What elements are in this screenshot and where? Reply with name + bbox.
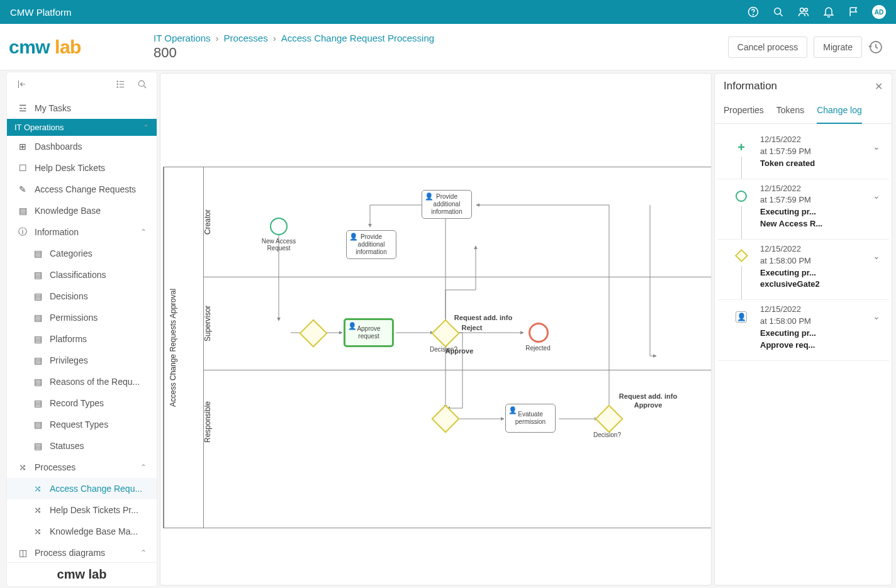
user-icon: 👤 xyxy=(348,322,357,330)
sidebar-info-permissions[interactable]: ▤Permissions xyxy=(7,307,157,328)
help-icon[interactable] xyxy=(746,5,760,19)
task-provide-info-1[interactable]: 👤Provide additional information xyxy=(346,230,396,259)
chevron-down-icon[interactable]: ⌄ xyxy=(869,243,884,291)
close-icon[interactable]: ✕ xyxy=(875,80,883,92)
doc-icon: ▤ xyxy=(32,333,43,345)
sidebar-info-reasons[interactable]: ▤Reasons of the Requ... xyxy=(7,371,157,392)
sidebar-footer: cmw lab xyxy=(7,562,157,586)
user-icon: 👤 xyxy=(349,233,358,241)
info-panel-tabs: Properties Tokens Change log xyxy=(715,99,892,124)
canvas[interactable]: Access Change Requests Approval Creator … xyxy=(160,73,712,585)
sidebar-info-record-types[interactable]: ▤Record Types xyxy=(7,392,157,414)
process-icon: ⤭ xyxy=(17,462,28,473)
process-icon: ⤭ xyxy=(32,483,43,494)
sidebar-group-processes[interactable]: ⤭Processes⌃ xyxy=(7,457,157,478)
sidebar-proc-kb[interactable]: ⤭Knowledge Base Ma... xyxy=(7,521,157,542)
sidebar-item-helpdesk[interactable]: ☐Help Desk Tickets xyxy=(7,157,157,179)
breadcrumb-link[interactable]: Processes xyxy=(224,33,268,43)
breadcrumb-link[interactable]: Access Change Request Processing xyxy=(281,33,434,43)
sidebar-group-diagrams[interactable]: ◫Process diagrams⌃ xyxy=(7,542,157,562)
diagram-icon: ◫ xyxy=(17,547,28,558)
diamond-icon xyxy=(734,249,748,262)
info-icon: ⓘ xyxy=(17,226,28,238)
search-icon[interactable] xyxy=(137,79,148,92)
doc-icon: ▤ xyxy=(32,419,43,430)
sidebar-info-categories[interactable]: ▤Categories xyxy=(7,243,157,264)
sidebar-info-classifications[interactable]: ▤Classifications xyxy=(7,264,157,286)
task-provide-info-2[interactable]: 👤Provide additional information xyxy=(422,190,472,219)
sidebar-info-platforms[interactable]: ▤Platforms xyxy=(7,328,157,350)
svg-point-4 xyxy=(805,8,808,11)
chevron-down-icon[interactable]: ⌄ xyxy=(869,134,884,170)
logo[interactable]: cmw lab xyxy=(9,36,154,58)
sidebar-my-tasks[interactable]: ☲My Tasks xyxy=(7,97,157,119)
list-icon[interactable] xyxy=(115,79,126,92)
chevron-down-icon[interactable]: ⌄ xyxy=(869,304,884,351)
book-icon: ▤ xyxy=(17,205,28,216)
tab-change-log[interactable]: Change log xyxy=(817,99,862,124)
people-icon[interactable] xyxy=(797,5,810,19)
doc-icon: ▤ xyxy=(32,376,43,387)
log-entry[interactable]: 👤 12/15/2022at 1:58:00 PMExecuting pr...… xyxy=(717,300,889,360)
lane-supervisor: Supervisor xyxy=(203,277,212,370)
change-log-list: + 12/15/2022at 1:57:59 PMToken created ⌄… xyxy=(715,124,892,585)
chevron-down-icon[interactable]: ⌄ xyxy=(869,183,884,230)
gateway-decision-2[interactable] xyxy=(595,404,623,433)
sidebar-section-it-ops[interactable]: IT Operations⌃ xyxy=(7,119,157,136)
start-event[interactable] xyxy=(270,218,288,235)
sidebar-toolbar xyxy=(7,72,157,97)
svg-point-3 xyxy=(800,8,804,12)
chevron-up-icon: ⌃ xyxy=(140,548,147,557)
sidebar-item-access-change[interactable]: ✎Access Change Requests xyxy=(7,179,157,200)
doc-icon: ▤ xyxy=(32,269,43,280)
history-icon[interactable] xyxy=(868,40,883,55)
migrate-button[interactable]: Migrate xyxy=(814,36,862,58)
sidebar-group-information[interactable]: ⓘInformation⌃ xyxy=(7,221,157,243)
task-evaluate[interactable]: 👤Evatuate permission xyxy=(505,404,556,433)
doc-icon: ▤ xyxy=(32,248,43,259)
flag-icon[interactable] xyxy=(847,5,861,19)
lane-creator: Creator xyxy=(203,167,212,277)
sidebar-info-privileges[interactable]: ▤Privileges xyxy=(7,350,157,371)
canvas-wrap: Access Change Requests Approval Creator … xyxy=(157,70,714,588)
sidebar-item-dashboards[interactable]: ⊞Dashboards xyxy=(7,136,157,157)
process-icon: ⤭ xyxy=(32,526,43,537)
main: ☲My Tasks IT Operations⌃ ⊞Dashboards ☐He… xyxy=(0,70,896,588)
user-icon: 👤 xyxy=(736,311,747,323)
collapse-icon[interactable] xyxy=(16,79,27,92)
sidebar-info-request-types[interactable]: ▤Request Types xyxy=(7,414,157,435)
plus-icon: + xyxy=(736,141,747,153)
gateway-1[interactable] xyxy=(299,319,327,347)
flow-label-reject: Reject xyxy=(447,324,497,331)
doc-icon: ▤ xyxy=(32,397,43,409)
page-title: 800 xyxy=(154,45,728,61)
tab-properties[interactable]: Properties xyxy=(724,99,764,123)
svg-point-2 xyxy=(775,8,781,14)
log-entry[interactable]: + 12/15/2022at 1:57:59 PMToken created ⌄ xyxy=(717,130,889,179)
end-event-rejected[interactable] xyxy=(529,323,549,343)
sidebar-proc-access-change[interactable]: ⤭Access Change Requ... xyxy=(7,478,157,499)
gateway-2[interactable] xyxy=(431,404,459,433)
topbar-actions: AD xyxy=(746,5,886,19)
cancel-process-button[interactable]: Cancel process xyxy=(728,36,808,58)
sidebar-info-decisions[interactable]: ▤Decisions xyxy=(7,286,157,307)
sidebar-info-statuses[interactable]: ▤Statuses xyxy=(7,435,157,457)
task-approve-request[interactable]: 👤Approve request xyxy=(344,318,394,347)
search-icon[interactable] xyxy=(771,5,785,19)
bell-icon[interactable] xyxy=(822,5,836,19)
avatar[interactable]: AD xyxy=(872,5,886,19)
ticket-icon: ☐ xyxy=(17,162,28,174)
flow-label-request-info: Request add. info xyxy=(445,314,521,321)
breadcrumb-link[interactable]: IT Operations xyxy=(154,33,211,43)
tab-tokens[interactable]: Tokens xyxy=(776,99,804,123)
process-icon: ⤭ xyxy=(32,504,43,516)
flow-label-approve-2: Approve xyxy=(623,401,673,409)
sidebar-proc-helpdesk[interactable]: ⤭Help Desk Tickets Pr... xyxy=(7,499,157,521)
doc-icon: ▤ xyxy=(32,312,43,323)
header-actions: Cancel process Migrate xyxy=(728,36,883,58)
chevron-up-icon: ⌃ xyxy=(140,463,147,472)
log-entry[interactable]: 12/15/2022at 1:57:59 PMExecuting pr...Ne… xyxy=(717,179,889,240)
sidebar-item-kb[interactable]: ▤Knowledge Base xyxy=(7,200,157,221)
log-entry[interactable]: 12/15/2022at 1:58:00 PMExecuting pr...ex… xyxy=(717,240,889,300)
bpmn-diagram: Access Change Requests Approval Creator … xyxy=(163,167,712,528)
